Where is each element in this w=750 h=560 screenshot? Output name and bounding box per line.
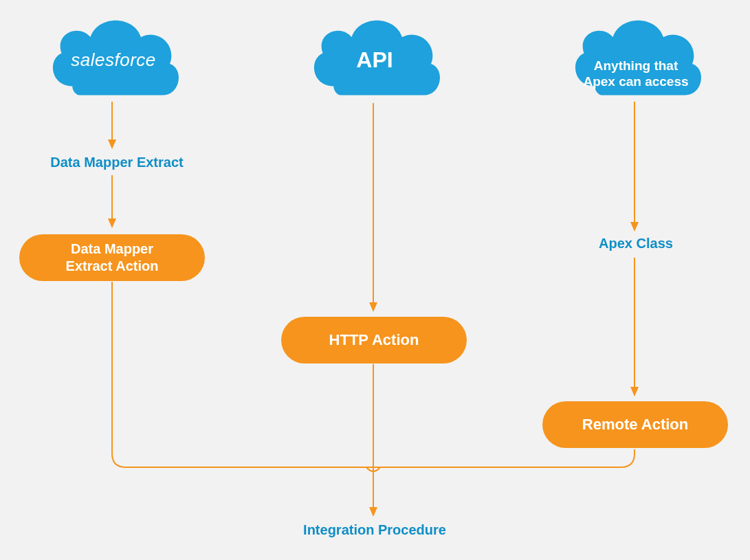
pill-http-action: HTTP Action	[281, 317, 467, 363]
cloud-apex-label: Anything that Apex can access	[577, 43, 694, 89]
label-apex-class: Apex Class	[564, 236, 708, 251]
connector-left-down	[112, 282, 373, 467]
pill-remote-action: Remote Action	[542, 401, 728, 448]
cloud-api-text: API	[356, 47, 393, 72]
pill-data-mapper-extract-action: Data Mapper Extract Action	[19, 234, 205, 281]
cloud-api-label: API	[323, 47, 426, 73]
cloud-salesforce-label: salesforce	[58, 49, 168, 71]
cloud-apex-text: Anything that Apex can access	[583, 58, 688, 89]
connector-right-down	[373, 449, 635, 467]
label-integration-procedure: Integration Procedure	[272, 522, 478, 538]
cloud-salesforce-text: salesforce	[71, 49, 156, 70]
label-data-mapper-extract: Data Mapper Extract	[41, 155, 192, 170]
